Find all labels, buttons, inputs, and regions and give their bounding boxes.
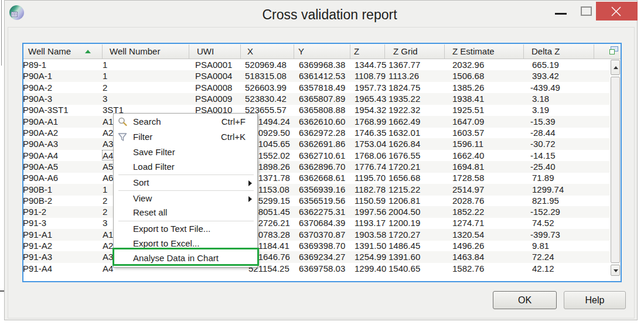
cell: 1626.84 [389, 139, 420, 149]
cell: 1320.54 [452, 230, 484, 240]
scroll-up-icon [614, 66, 618, 69]
menu-separator [118, 190, 254, 191]
header-separator [523, 45, 524, 59]
cell: A1 [103, 117, 113, 126]
cell: A4 [103, 264, 113, 273]
cell: -152.29 [530, 207, 560, 217]
column-header-delta-z[interactable]: Delta Z [531, 46, 560, 56]
table-row-P90A-A5[interactable]: P90A-A5A5521898.266362896.701776.741720.… [23, 161, 610, 173]
cell: 74.52 [532, 218, 554, 228]
scroll-down-button[interactable] [611, 265, 620, 276]
cell: 6369968.38 [299, 60, 345, 70]
table-row-P90A-A3[interactable]: P90A-A3A3521045.656362691.861753.041626.… [23, 138, 610, 150]
cell: 1728.58 [452, 173, 484, 183]
cell: 1254.99 [355, 252, 386, 262]
cell: 1391.60 [389, 252, 420, 262]
cell: 6369398.70 [299, 241, 345, 251]
column-header-well-number[interactable]: Well Number [110, 46, 160, 56]
cell: P90A-1 [23, 71, 52, 81]
field-chooser-icon[interactable] [609, 46, 619, 56]
scroll-up-button[interactable] [611, 60, 620, 75]
cell: 6370684.39 [299, 218, 345, 228]
header-separator [294, 45, 294, 59]
cell: 2032.96 [452, 60, 484, 70]
cell: 9.81 [532, 241, 549, 251]
scroll-thumb[interactable] [611, 77, 620, 263]
minimize-button[interactable] [551, 2, 571, 20]
cell: P90A-3 [23, 94, 52, 104]
submenu-arrow-icon [248, 180, 252, 186]
cell: 1662.49 [389, 117, 420, 126]
vertical-scrollbar[interactable] [611, 59, 621, 281]
menu-item-view[interactable]: View [114, 191, 257, 206]
column-header-uwi[interactable]: UWI [197, 46, 214, 56]
column-header-z[interactable]: Z [354, 46, 359, 56]
cell: PSA0004 [195, 71, 232, 81]
table-row-P90A-A2[interactable]: P90A-A2A2520929.506362972.281746.351632.… [23, 127, 610, 139]
cell: 3.18 [532, 94, 549, 104]
table-row-P90B-2[interactable]: P90B-22525299.156356519.561150.591206.81… [23, 195, 610, 207]
menu-item-sort[interactable]: Sort [114, 176, 257, 190]
menu-item-save-filter[interactable]: Save Filter [114, 145, 257, 160]
table-row-P90A-A4[interactable]: P90A-A4A4521552.026362710.611768.061676.… [23, 150, 610, 162]
help-button[interactable]: Help [564, 291, 626, 309]
cell: 523830.42 [245, 94, 287, 104]
cell: P89-1 [23, 60, 46, 70]
table-row-P90B-1[interactable]: P90B-11521153.086356939.161182.781215.22… [23, 184, 610, 196]
cell: 6362710.61 [299, 150, 345, 160]
cell: 1506.68 [452, 71, 484, 81]
cell: 1496.26 [452, 241, 484, 251]
table-row-P89-1[interactable]: P89-11PSA0001520969.486369968.381344.751… [23, 59, 610, 71]
table-row-P91-3[interactable]: P91-33522726.216370684.391193.171200.191… [23, 217, 610, 229]
maximize-button[interactable] [577, 2, 597, 20]
menu-item-reset-all[interactable]: Reset all [114, 206, 257, 220]
table-row-P91-A1[interactable]: P91-A1A1520783.286370370.871903.581720.2… [23, 229, 610, 241]
menu-item-search[interactable]: SearchCtrl+F [114, 115, 257, 129]
table-row-P90A-3[interactable]: P90A-33PSA0009523830.426365807.891965.43… [23, 93, 610, 105]
cell: P90A-A6 [23, 173, 58, 183]
cell: 1193.17 [355, 218, 386, 228]
table-row-P91-2[interactable]: P91-22528051.456362275.311997.562004.501… [23, 206, 610, 218]
column-header-x[interactable]: X [247, 46, 253, 56]
column-header-y[interactable]: Y [298, 46, 304, 56]
cell: 2028.76 [452, 196, 484, 206]
close-icon [611, 6, 621, 16]
cell: 6369758.03 [299, 264, 345, 273]
column-header-well-name[interactable]: Well Name [28, 46, 71, 56]
header-separator [384, 45, 385, 59]
window-title: Cross validation report [13, 7, 644, 23]
cell: P90A-A3 [23, 139, 58, 149]
cell: 2 [103, 207, 107, 217]
cell: 2 [103, 83, 107, 93]
cell: 1215.22 [389, 184, 420, 194]
cell: 72.24 [532, 252, 554, 262]
cell: P91-A3 [23, 252, 52, 262]
close-button[interactable] [596, 2, 638, 20]
menu-item-load-filter[interactable]: Load Filter [114, 160, 257, 175]
background-window-edge [1, 0, 2, 66]
column-header-z-grid[interactable]: Z Grid [393, 46, 418, 56]
cell: P91-A2 [23, 241, 52, 251]
cell: P90A-A2 [23, 128, 58, 138]
table-row-P90A-3ST1[interactable]: P90A-3ST13ST1PSA0010523655.576365808.881… [23, 104, 610, 116]
column-header-z-estimate[interactable]: Z Estimate [452, 46, 495, 56]
table-row-P91-A2[interactable]: P91-A2A2521184.416369398.701391.501486.4… [23, 240, 610, 252]
cell: -399.73 [530, 230, 560, 240]
cell: 42.12 [532, 264, 554, 273]
ok-button[interactable]: OK [493, 291, 557, 309]
table-row-P91-A4[interactable]: P91-A4A4521154.256369758.031299.401540.6… [23, 263, 610, 275]
table-row-P91-A3[interactable]: P91-A3A3521646.766369234.271254.991391.6… [23, 251, 610, 263]
menu-item-export-to-text-file[interactable]: Export to Text File... [114, 222, 257, 237]
table-row-P90A-2[interactable]: P90A-22PSA0008526603.996357818.491957.73… [23, 82, 610, 94]
cell: 1596.11 [452, 139, 483, 149]
cell: 1108.79 [355, 71, 386, 81]
cell: 6370370.87 [299, 230, 345, 240]
cell: 526603.99 [245, 83, 287, 93]
table-row-P90A-1[interactable]: P90A-11PSA0004518315.086361412.531108.79… [23, 70, 610, 82]
cell: PSA0008 [195, 83, 232, 93]
cell: 1957.73 [355, 83, 386, 93]
table-row-P90A-A6[interactable]: P90A-A6A6521371.786362668.611195.701656.… [23, 172, 610, 184]
menu-item-filter[interactable]: FilterCtrl+K [114, 130, 257, 145]
cell: 1 [103, 184, 107, 194]
table-row-P90A-A1[interactable]: P90A-A1A1521494.246362610.601768.991662.… [23, 116, 610, 128]
